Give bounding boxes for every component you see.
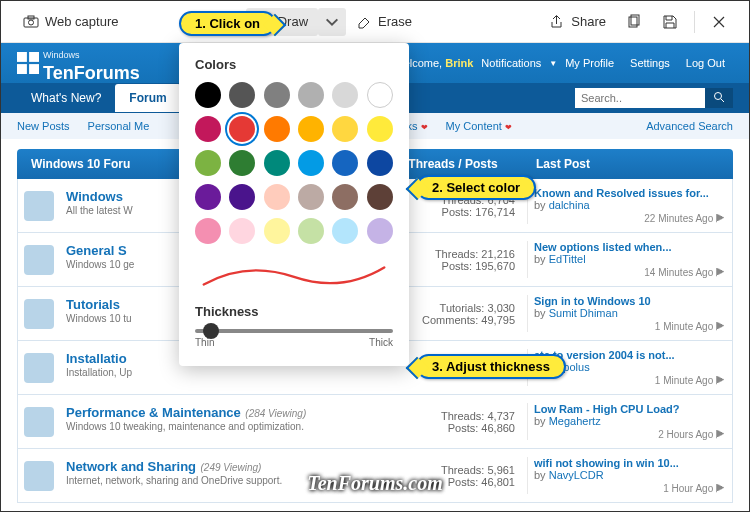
label-thick: Thick [369,337,393,348]
color-swatch[interactable] [332,150,358,176]
subnav-personal[interactable]: Personal Me [88,120,150,132]
search-input[interactable] [575,88,705,108]
color-swatch[interactable] [298,184,324,210]
draw-dropdown-button[interactable] [318,8,346,36]
last-post-user[interactable]: NavyLCDR [549,469,604,481]
forum-icon [24,191,54,221]
color-swatch[interactable] [332,218,358,244]
color-swatch[interactable] [298,82,324,108]
forum-title[interactable]: Tutorials [66,297,120,312]
windows-logo-icon [17,52,39,74]
forum-desc: Installation, Up [66,367,371,378]
viewing-count: (249 Viewing) [200,462,261,473]
color-swatch[interactable] [195,150,221,176]
site-logo[interactable]: WindowsTenForums [17,42,140,84]
last-post-user[interactable]: dalchina [549,199,590,211]
last-post-time: 14 Minutes Ago ⯈ [534,267,726,278]
color-swatch[interactable] [264,184,290,210]
svg-rect-5 [17,52,27,62]
search-icon [713,91,725,106]
color-swatch[interactable] [367,116,393,142]
color-swatch[interactable] [367,150,393,176]
share-icon [549,14,565,30]
forum-icon [24,407,54,437]
subnav-newposts[interactable]: New Posts [17,120,70,132]
forum-title[interactable]: Network and Sharing [66,459,196,474]
subnav-mycontent[interactable]: My Content ❤ [446,120,512,132]
camera-icon [23,14,39,30]
color-swatch[interactable] [367,82,393,108]
share-button[interactable]: Share [539,8,616,36]
forum-icon [24,353,54,383]
callout-click-on: 1. Click on [179,11,276,36]
forum-icon [24,299,54,329]
last-post-title[interactable]: Sign in to Windows 10 [534,295,726,307]
forum-title[interactable]: Windows [66,189,123,204]
last-post-title[interactable]: wifi not showing in win 10... [534,457,726,469]
color-swatch[interactable] [229,116,255,142]
color-swatch[interactable] [298,218,324,244]
color-swatch[interactable] [229,184,255,210]
color-swatch[interactable] [229,82,255,108]
forum-header-lastpost: Last Post [528,157,733,171]
forum-title[interactable]: Performance & Maintenance [66,405,241,420]
username[interactable]: Brink [445,57,473,69]
last-post-title[interactable]: Known and Resolved issues for... [534,187,726,199]
color-swatch[interactable] [332,184,358,210]
tab-whatsnew[interactable]: What's New? [17,84,115,112]
color-swatch[interactable] [367,218,393,244]
color-swatch[interactable] [367,184,393,210]
last-post-user[interactable]: Sumit Dhiman [549,307,618,319]
subnav-advsearch[interactable]: Advanced Search [646,120,733,132]
thread-counts: Threads: 5,961Posts: 46,801 [377,457,527,494]
color-swatch[interactable] [264,150,290,176]
save-button[interactable] [652,8,688,36]
color-swatch[interactable] [195,82,221,108]
last-post-user[interactable]: EdTittel [549,253,586,265]
forum-desc: Windows 10 tweaking, maintenance and opt… [66,421,371,432]
color-swatch[interactable] [298,116,324,142]
svg-line-10 [721,99,724,102]
color-swatch[interactable] [195,116,221,142]
thickness-slider[interactable] [195,329,393,333]
copy-button[interactable] [616,8,652,36]
nav-settings[interactable]: Settings [630,57,670,69]
share-label: Share [571,14,606,29]
erase-button[interactable]: Erase [346,8,422,36]
forum-title[interactable]: Installatio [66,351,127,366]
colors-heading: Colors [195,57,393,72]
thread-counts: Threads: 4,737Posts: 46,860 [377,403,527,440]
nav-myprofile[interactable]: My Profile [565,57,614,69]
svg-point-1 [29,20,34,25]
color-swatch[interactable] [229,218,255,244]
color-swatch[interactable] [298,150,324,176]
slider-thumb[interactable] [203,323,219,339]
tab-forum[interactable]: Forum [115,84,180,112]
logo-small: Windows [43,50,80,60]
close-button[interactable] [701,8,737,36]
forum-title[interactable]: General S [66,243,127,258]
svg-rect-6 [29,52,39,62]
svg-rect-8 [29,64,39,74]
last-post-time: 1 Hour Ago ⯈ [534,483,726,494]
color-swatch[interactable] [264,218,290,244]
web-capture-button[interactable]: Web capture [13,8,128,36]
color-swatch[interactable] [332,82,358,108]
color-swatch[interactable] [264,116,290,142]
last-post-title[interactable]: Low Ram - High CPU Load? [534,403,726,415]
nav-logout[interactable]: Log Out [686,57,725,69]
color-swatch[interactable] [229,150,255,176]
last-post-user[interactable]: Megahertz [549,415,601,427]
callout-adjust-thickness: 3. Adjust thickness [416,354,566,379]
nav-notifications[interactable]: Notifications [481,57,541,69]
erase-label: Erase [378,14,412,29]
color-swatch[interactable] [195,218,221,244]
color-swatch[interactable] [195,184,221,210]
save-icon [662,14,678,30]
callout-select-color: 2. Select color [416,175,536,200]
search-button[interactable] [705,88,733,108]
divider [694,11,695,33]
last-post-title[interactable]: New options listed when... [534,241,726,253]
color-swatch[interactable] [264,82,290,108]
color-swatch[interactable] [332,116,358,142]
